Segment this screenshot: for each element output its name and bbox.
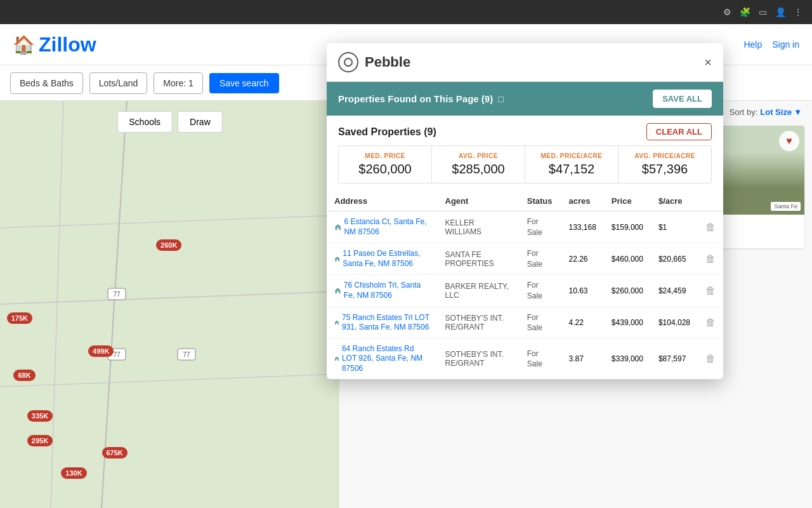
cell-status-3: For Sale — [520, 307, 561, 338]
beds-baths-button[interactable]: Beds & Baths — [10, 72, 83, 94]
save-search-button[interactable]: Save search — [209, 73, 279, 93]
cell-per-acre-0: $1 — [651, 211, 698, 243]
stat-label-3: AVG. PRICE/ACRE — [626, 152, 704, 159]
property-icon-4 — [334, 354, 339, 364]
svg-line-3 — [0, 215, 339, 228]
cell-agent-2: BARKER REALTY, LLC — [438, 275, 520, 307]
svg-line-1 — [51, 101, 63, 508]
more-button[interactable]: More: 1 — [154, 72, 202, 94]
stats-grid: MED. PRICE $260,000 AVG. PRICE $285,000 … — [338, 145, 712, 184]
stat-value-3: $57,396 — [626, 162, 704, 177]
property-link-1[interactable]: 11 Paseo De Estrellas, Santa Fe, NM 8750… — [343, 249, 429, 269]
col-status: Status — [520, 191, 561, 211]
svg-line-4 — [0, 374, 339, 387]
col-address: Address — [327, 191, 438, 211]
table-row: 64 Ranch Estates Rd LOT 926, Santa Fe, N… — [327, 338, 723, 378]
delete-button-0[interactable]: 🗑 — [705, 222, 716, 233]
stat-avg-price: AVG. PRICE $285,000 — [432, 146, 525, 183]
table-row: 6 Estancia Ct, Santa Fe, NM 87506 KELLER… — [327, 211, 723, 243]
cell-delete-4: 🗑 — [698, 338, 723, 378]
modal-close-button[interactable]: × — [704, 56, 712, 69]
price-pin-68k[interactable]: 68K — [13, 370, 35, 381]
cell-address-4: 64 Ranch Estates Rd LOT 926, Santa Fe, N… — [327, 338, 438, 378]
cell-status-0: For Sale — [520, 211, 561, 243]
cell-address-3: 75 Ranch Estates Trl LOT 931, Santa Fe, … — [327, 307, 438, 338]
stat-med-price: MED. PRICE $260,000 — [339, 146, 431, 183]
price-pin-175k[interactable]: 175K — [7, 312, 32, 324]
price-pin-499k[interactable]: 499K — [88, 345, 114, 357]
cell-price-3: $439,000 — [604, 307, 651, 338]
col-price: Price — [604, 191, 651, 211]
cell-per-acre-2: $24,459 — [651, 275, 698, 307]
cell-acres-0: 133,168 — [561, 211, 603, 243]
save-all-button[interactable]: SAVE ALL — [653, 90, 712, 108]
help-link[interactable]: Help — [743, 39, 762, 50]
cell-delete-0: 🗑 — [698, 211, 723, 243]
map-roads-svg: 77 77 77 — [0, 101, 339, 508]
delete-button-4[interactable]: 🗑 — [705, 353, 716, 364]
cell-delete-3: 🗑 — [698, 307, 723, 338]
sign-in-link[interactable]: Sign in — [772, 39, 799, 50]
menu-icon[interactable]: ⋮ — [792, 6, 804, 18]
price-pin-130k[interactable]: 130K — [61, 467, 86, 479]
table-row: 76 Chisholm Trl, Santa Fe, NM 87506 BARK… — [327, 275, 723, 307]
cell-price-1: $460,000 — [604, 243, 651, 275]
sort-value[interactable]: Lot Size — [760, 107, 792, 117]
cell-agent-1: SANTA FE PROPERTIES — [438, 243, 520, 275]
found-left: Properties Found on This Page (9) □ — [338, 93, 504, 104]
settings-circle-icon[interactable]: ⚙ — [721, 6, 733, 18]
logo-text: Zillow — [39, 33, 96, 57]
favorite-button-2[interactable]: ♥ — [779, 131, 799, 151]
cell-delete-1: 🗑 — [698, 243, 723, 275]
cell-acres-1: 22.26 — [561, 243, 603, 275]
lots-land-button[interactable]: Lots/Land — [89, 72, 148, 94]
cell-acres-4: 3.87 — [561, 338, 603, 378]
price-pin-260k[interactable]: 260K — [156, 239, 181, 251]
col-delete — [698, 191, 723, 211]
delete-button-3[interactable]: 🗑 — [705, 317, 716, 328]
sort-chevron-icon[interactable]: ▼ — [794, 107, 802, 117]
property-link-2[interactable]: 76 Chisholm Trl, Santa Fe, NM 87506 — [344, 281, 430, 300]
cast-icon[interactable]: ▭ — [756, 6, 769, 18]
schools-button[interactable]: Schools — [117, 111, 173, 133]
stat-value-1: $285,000 — [440, 162, 517, 177]
pebble-logo-icon — [338, 52, 358, 72]
cell-agent-3: SOTHEBY'S INT. RE/GRANT — [438, 307, 520, 338]
clear-all-button[interactable]: CLEAR ALL — [646, 123, 712, 140]
saved-title: Saved Properties (9) — [338, 126, 436, 138]
modal-header: Pebble × — [327, 43, 723, 82]
property-link-3[interactable]: 75 Ranch Estates Trl LOT 931, Santa Fe, … — [342, 313, 430, 333]
cell-price-4: $339,000 — [604, 338, 651, 378]
profile-icon[interactable]: 👤 — [774, 6, 787, 18]
cell-address-1: 11 Paseo De Estrellas, Santa Fe, NM 8750… — [327, 243, 438, 275]
cell-address-0: 6 Estancia Ct, Santa Fe, NM 87506 — [327, 211, 438, 243]
page: 🏠 Zillow Help Sign in Beds & Baths Lots/… — [0, 24, 812, 508]
zillow-logo: 🏠 Zillow — [13, 33, 96, 57]
cell-status-2: For Sale — [520, 275, 561, 307]
property-link-4[interactable]: 64 Ranch Estates Rd LOT 926, Santa Fe, N… — [342, 344, 430, 374]
stat-value-2: $47,152 — [533, 162, 610, 177]
price-pin-675k[interactable]: 675K — [102, 447, 128, 458]
svg-text:77: 77 — [113, 351, 121, 358]
modal-logo: Pebble — [338, 52, 410, 72]
sort-label: Sort by: — [729, 107, 757, 117]
image-badge-2: Santa Fe — [771, 202, 801, 211]
properties-table-wrapper: Address Agent Status acres Price $/acre — [327, 191, 723, 379]
price-pin-295k[interactable]: 295K — [27, 435, 53, 446]
property-link-0[interactable]: 6 Estancia Ct, Santa Fe, NM 87506 — [344, 217, 429, 237]
chrome-bar: ⚙ 🧩 ▭ 👤 ⋮ — [0, 0, 812, 24]
header-nav: Help Sign in — [743, 39, 799, 50]
cell-delete-2: 🗑 — [698, 275, 723, 307]
svg-line-0 — [0, 291, 339, 304]
cell-price-0: $159,000 — [604, 211, 651, 243]
property-icon-0 — [334, 222, 341, 232]
extensions-icon[interactable]: 🧩 — [738, 6, 751, 18]
property-icon-1 — [334, 254, 340, 264]
price-pin-335k[interactable]: 335K — [27, 410, 53, 422]
pebble-logo-text: Pebble — [365, 54, 410, 70]
delete-button-2[interactable]: 🗑 — [705, 285, 716, 297]
found-banner: Properties Found on This Page (9) □ SAVE… — [327, 82, 723, 116]
delete-button-1[interactable]: 🗑 — [705, 253, 716, 265]
zillow-z-icon: 🏠 — [13, 34, 35, 55]
draw-button[interactable]: Draw — [178, 111, 223, 133]
